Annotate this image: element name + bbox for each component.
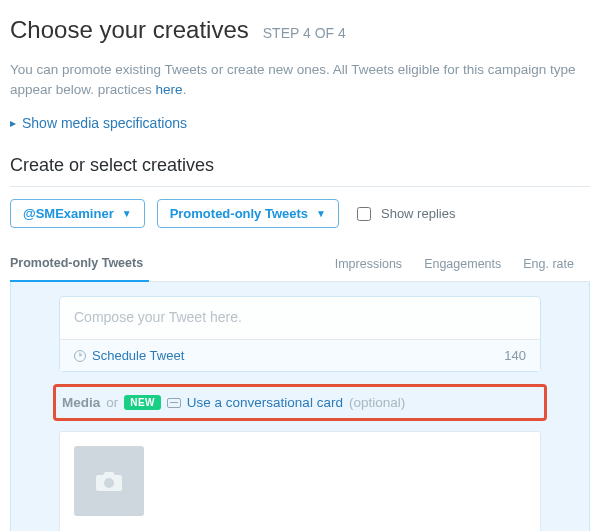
char-counter: 140 [504,348,526,363]
show-replies-toggle[interactable]: Show replies [357,206,455,221]
optional-label: (optional) [349,395,405,410]
chevron-right-icon: ▸ [10,116,16,130]
col-eng-rate: Eng. rate [517,257,590,281]
svg-point-0 [104,478,114,488]
account-select[interactable]: @SMExaminer ▼ [10,199,145,228]
new-badge: NEW [124,395,161,410]
col-engagements: Engagements [418,257,517,281]
show-replies-checkbox[interactable] [357,207,371,221]
schedule-tweet-label: Schedule Tweet [92,348,184,363]
step-indicator: STEP 4 OF 4 [263,25,346,41]
conversational-card-link[interactable]: Use a conversational card [187,395,343,410]
show-replies-label: Show replies [381,206,455,221]
intro-text: You can promote existing Tweets or creat… [10,60,590,99]
schedule-tweet-button[interactable]: Schedule Tweet [74,348,184,363]
media-upload-card: Add media (e.g. a photo) to increase eng… [59,431,541,531]
chevron-down-icon: ▼ [316,208,326,219]
composer-footer: Schedule Tweet 140 [60,339,540,371]
card-icon [167,398,181,408]
page-title: Choose your creatives [10,16,249,44]
intro-text-body: You can promote existing Tweets or creat… [10,62,576,97]
filter-row: @SMExaminer ▼ Promoted-only Tweets ▼ Sho… [10,199,590,228]
page-header: Choose your creatives STEP 4 OF 4 [10,16,590,44]
tweet-composer-card: Compose your Tweet here. Schedule Tweet … [59,296,541,372]
tweet-scope-label: Promoted-only Tweets [170,206,308,221]
col-impressions: Impressions [329,257,418,281]
add-media-button[interactable] [74,446,144,516]
intro-help-link[interactable]: here [156,82,183,97]
tab-promoted-only[interactable]: Promoted-only Tweets [10,256,149,282]
show-media-specs-label: Show media specifications [22,115,187,131]
media-label: Media [62,395,100,410]
tweet-scope-select[interactable]: Promoted-only Tweets ▼ [157,199,339,228]
composer-panel: Compose your Tweet here. Schedule Tweet … [10,282,590,531]
section-title: Create or select creatives [10,155,590,187]
clock-icon [74,350,86,362]
media-options-row: Media or NEW Use a conversational card (… [60,389,540,416]
show-media-specs-toggle[interactable]: ▸ Show media specifications [10,115,590,131]
intro-text-after: . [183,82,187,97]
camera-icon [94,469,124,493]
or-text: or [106,395,118,410]
account-select-label: @SMExaminer [23,206,114,221]
media-row-highlight: Media or NEW Use a conversational card (… [53,384,547,421]
tweet-text-input[interactable]: Compose your Tweet here. [60,297,540,339]
chevron-down-icon: ▼ [122,208,132,219]
table-header-row: Promoted-only Tweets Impressions Engagem… [10,256,590,282]
